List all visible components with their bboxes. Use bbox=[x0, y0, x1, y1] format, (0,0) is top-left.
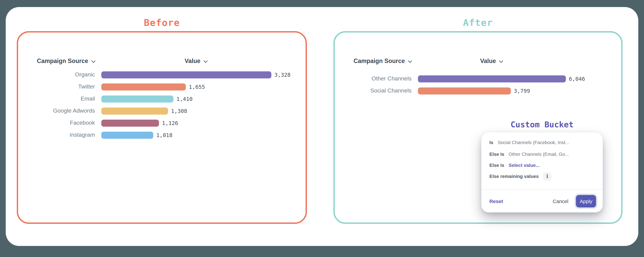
bar-area: 1,018 bbox=[101, 132, 172, 139]
info-icon[interactable]: i bbox=[543, 172, 552, 180]
before-panel: Campaign Source Value Organic3,328Twitte… bbox=[17, 31, 307, 224]
chevron-down-icon bbox=[204, 60, 208, 63]
bar-facebook[interactable] bbox=[101, 119, 159, 126]
bucket-condition-row: Else Is Select value... bbox=[489, 161, 598, 169]
bar-value-facebook: 1,126 bbox=[162, 120, 178, 126]
bucket-condition-row: Else Is Other Channels (Email, Go... bbox=[489, 150, 598, 158]
bar-social-channels[interactable] bbox=[418, 87, 511, 94]
before-title: Before bbox=[17, 17, 307, 28]
bar-area: 1,308 bbox=[101, 107, 187, 114]
table-row: Other Channels6,046 bbox=[335, 73, 621, 85]
bar-google-adwords[interactable] bbox=[101, 107, 168, 114]
cancel-button[interactable]: Cancel bbox=[553, 198, 568, 204]
bar-email[interactable] bbox=[101, 95, 174, 102]
bar-value-instagram: 1,018 bbox=[156, 132, 172, 138]
select-value-link[interactable]: Select value... bbox=[509, 163, 540, 168]
bar-value-social-channels: 3,799 bbox=[514, 88, 530, 94]
bar-area: 6,046 bbox=[418, 75, 585, 82]
row-label-instagram: Instagram bbox=[18, 132, 95, 138]
row-label-twitter: Twitter bbox=[18, 83, 95, 90]
after-table-rows: Other Channels6,046Social Channels3,799 bbox=[335, 73, 621, 97]
table-row: Social Channels3,799 bbox=[335, 85, 621, 97]
row-label-email: Email bbox=[18, 95, 95, 102]
bar-other-channels[interactable] bbox=[418, 75, 566, 82]
after-measure-header[interactable]: Value bbox=[480, 58, 503, 65]
condition-operator: Else remaining values bbox=[489, 174, 539, 179]
table-row: Facebook1,126 bbox=[18, 117, 306, 129]
condition-operator: Else Is bbox=[489, 163, 504, 168]
chevron-down-icon bbox=[91, 60, 96, 63]
table-row: Twitter1,655 bbox=[18, 81, 306, 93]
before-dimension-header-label: Campaign Source bbox=[37, 58, 88, 65]
reset-button[interactable]: Reset bbox=[489, 198, 503, 204]
bar-area: 3,328 bbox=[101, 71, 290, 78]
comparison-card: Before After Campaign Source Value Organ… bbox=[6, 7, 638, 246]
after-dimension-header-label: Campaign Source bbox=[354, 58, 405, 65]
before-table-rows: Organic3,328Twitter1,655Email1,410Google… bbox=[18, 69, 306, 141]
bar-area: 1,655 bbox=[101, 83, 205, 90]
before-measure-header-label: Value bbox=[185, 58, 200, 65]
condition-value[interactable]: Social Channels (Facebook, Inst... bbox=[498, 140, 569, 145]
after-measure-header-label: Value bbox=[480, 58, 496, 65]
before-measure-header[interactable]: Value bbox=[185, 58, 208, 65]
bar-value-twitter: 1,655 bbox=[189, 84, 205, 90]
row-label-social-channels: Social Channels bbox=[335, 87, 412, 94]
row-label-facebook: Facebook bbox=[18, 120, 95, 126]
condition-operator: Is bbox=[489, 140, 493, 145]
bar-instagram[interactable] bbox=[101, 132, 153, 139]
table-row: Instagram1,018 bbox=[18, 129, 306, 141]
row-label-other-channels: Other Channels bbox=[335, 75, 412, 82]
table-row: Email1,410 bbox=[18, 93, 306, 105]
dialog-footer: Reset Cancel Apply bbox=[489, 190, 596, 213]
bar-value-organic: 3,328 bbox=[274, 71, 290, 78]
table-row: Google Adwords1,308 bbox=[18, 105, 306, 117]
bucket-condition-row: Else remaining values i bbox=[489, 172, 598, 180]
after-title: After bbox=[334, 17, 622, 28]
bar-value-google-adwords: 1,308 bbox=[171, 108, 187, 114]
bar-organic[interactable] bbox=[101, 71, 271, 78]
bar-area: 3,799 bbox=[418, 87, 530, 94]
apply-button[interactable]: Apply bbox=[576, 195, 596, 207]
condition-operator: Else Is bbox=[489, 151, 504, 157]
bar-value-email: 1,410 bbox=[176, 96, 192, 102]
chevron-down-icon bbox=[408, 60, 412, 63]
after-dimension-header[interactable]: Campaign Source bbox=[354, 58, 412, 65]
bar-area: 1,126 bbox=[101, 119, 178, 126]
bar-twitter[interactable] bbox=[101, 83, 186, 90]
bucket-condition-row: Is Social Channels (Facebook, Inst... bbox=[489, 138, 598, 146]
custom-bucket-title: Custom Bucket bbox=[481, 120, 603, 129]
before-dimension-header[interactable]: Campaign Source bbox=[37, 58, 96, 65]
bar-area: 1,410 bbox=[101, 95, 192, 102]
stage: Before After Campaign Source Value Organ… bbox=[0, 0, 644, 257]
bar-value-other-channels: 6,046 bbox=[569, 76, 585, 82]
row-label-organic: Organic bbox=[18, 71, 95, 78]
table-row: Organic3,328 bbox=[18, 69, 306, 81]
row-label-google-adwords: Google Adwords bbox=[18, 108, 95, 114]
custom-bucket-dialog: Is Social Channels (Facebook, Inst... El… bbox=[481, 132, 603, 213]
condition-value[interactable]: Other Channels (Email, Go... bbox=[509, 151, 569, 157]
chevron-down-icon bbox=[499, 60, 503, 63]
